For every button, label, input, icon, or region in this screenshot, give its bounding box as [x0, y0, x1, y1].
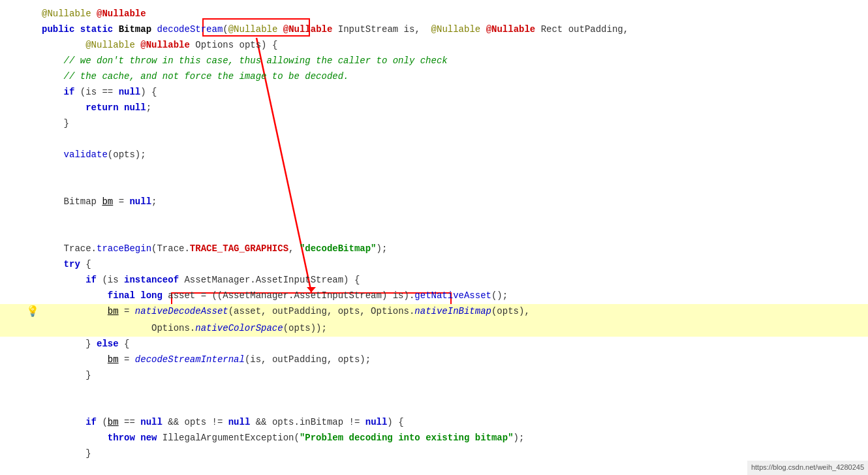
code-lines: @Nullable @Nullablepublic static Bitmap …	[0, 7, 868, 462]
code-line: if (is instanceof AssetManager.AssetInpu…	[0, 273, 868, 288]
line-content: try {	[39, 257, 868, 271]
line-content	[39, 132, 868, 146]
code-token: long	[140, 290, 163, 301]
code-token: ) {	[387, 417, 403, 427]
line-content: if (is == null) {	[39, 85, 868, 99]
code-token: if	[85, 275, 97, 285]
code-token	[42, 275, 85, 285]
code-token: null	[124, 102, 146, 113]
code-token: if	[64, 87, 75, 97]
code-token: traceBegin	[97, 243, 151, 254]
code-token: (opts);	[108, 149, 146, 160]
line-content: }	[39, 368, 868, 382]
code-token	[135, 433, 140, 443]
code-token: final	[108, 290, 135, 301]
code-line: if (is == null) {	[0, 85, 868, 100]
code-token: (	[223, 24, 228, 35]
code-token: ) {	[140, 87, 157, 97]
code-token: null	[140, 417, 163, 427]
code-line: Trace.traceBegin(Trace.TRACE_TAG_GRAPHIC…	[0, 241, 868, 257]
line-content: if (bm == null && opts != null && opts.i…	[39, 415, 868, 429]
code-token: null	[129, 196, 151, 207]
code-token	[42, 354, 108, 365]
line-content	[39, 163, 868, 177]
code-token: (	[97, 417, 108, 427]
code-token: =	[113, 196, 129, 207]
code-token: Bitmap	[42, 196, 102, 207]
code-token: @Nullable	[283, 24, 333, 35]
code-line: try {	[0, 257, 868, 273]
line-content: }	[39, 116, 868, 130]
code-token: bm	[108, 306, 119, 316]
code-token: TRACE_TAG_GRAPHICS	[190, 243, 288, 254]
code-token: {	[80, 259, 91, 269]
code-token: if	[85, 417, 97, 427]
code-token: && opts !=	[163, 417, 228, 427]
code-line: validate(opts);	[0, 147, 868, 163]
code-token: bm	[108, 417, 119, 427]
code-token	[42, 102, 85, 113]
code-token: (opts));	[283, 323, 327, 333]
line-content: return null;	[39, 100, 868, 115]
code-token: @Nullable	[85, 40, 135, 50]
code-token: else	[97, 339, 119, 349]
code-token: {	[119, 339, 130, 349]
code-token: validate	[64, 149, 108, 160]
code-token: null	[365, 417, 388, 427]
code-token: ==	[119, 417, 141, 427]
code-token: Rect outPadding,	[535, 24, 628, 35]
code-line: // we don't throw in this case, thus all…	[0, 54, 868, 69]
code-token	[42, 259, 64, 269]
code-token: bm	[102, 196, 113, 207]
code-token: (is ==	[74, 87, 118, 97]
code-token	[42, 306, 108, 316]
code-token	[42, 71, 64, 82]
code-token: );	[514, 433, 525, 443]
code-token: ;	[151, 196, 157, 207]
code-token: "Problem decoding into existing bitmap"	[300, 433, 514, 443]
code-line: }	[0, 446, 868, 462]
code-token: decodeStreamInternal	[135, 354, 245, 365]
code-token: getNativeAsset	[414, 290, 491, 301]
line-content	[39, 226, 868, 240]
code-token: ;	[146, 102, 151, 113]
code-token	[480, 24, 486, 35]
line-content: Options.nativeColorSpace(opts));	[39, 321, 868, 335]
line-icon: 💡	[26, 304, 39, 321]
code-token: && opts.inBitmap !=	[250, 417, 365, 427]
code-token: @Nullable	[228, 24, 278, 35]
code-token	[42, 87, 64, 97]
code-line: return null;	[0, 100, 868, 116]
code-token: try	[64, 259, 80, 269]
code-token: throw	[108, 433, 135, 443]
code-token	[277, 24, 283, 35]
code-token: null	[119, 87, 141, 97]
code-token	[42, 433, 108, 443]
code-line: }	[0, 116, 868, 132]
code-token	[42, 40, 85, 50]
line-content: final long asset = ((AssetManager.AssetI…	[39, 288, 868, 303]
line-content: } else {	[39, 337, 868, 351]
code-token: Trace.	[42, 243, 97, 254]
code-token: );	[377, 243, 388, 254]
code-token	[42, 290, 108, 301]
code-token: AssetManager.AssetInputStream) {	[179, 275, 360, 285]
line-content	[39, 179, 868, 193]
code-line	[0, 210, 868, 226]
code-container: @Nullable @Nullablepublic static Bitmap …	[0, 0, 868, 475]
line-content: if (is instanceof AssetManager.AssetInpu…	[39, 273, 868, 287]
code-line: if (bm == null && opts != null && opts.i…	[0, 415, 868, 431]
code-token: IllegalArgumentException(	[157, 433, 299, 443]
code-token	[119, 102, 124, 113]
code-token	[135, 290, 140, 301]
code-token: null	[228, 417, 251, 427]
code-token	[113, 24, 118, 35]
line-content: // we don't throw in this case, thus all…	[39, 54, 868, 68]
code-token: Options.	[42, 323, 195, 333]
code-line: throw new IllegalArgumentException("Prob…	[0, 431, 868, 446]
code-line: 💡 bm = nativeDecodeAsset(asset, outPaddi…	[0, 304, 868, 321]
code-token: // we don't throw in this case, thus all…	[64, 55, 448, 66]
line-content: public static Bitmap decodeStream(@Nulla…	[39, 22, 868, 37]
line-content: @Nullable @Nullable Options opts) {	[39, 38, 868, 52]
code-token: instanceof	[124, 275, 179, 285]
